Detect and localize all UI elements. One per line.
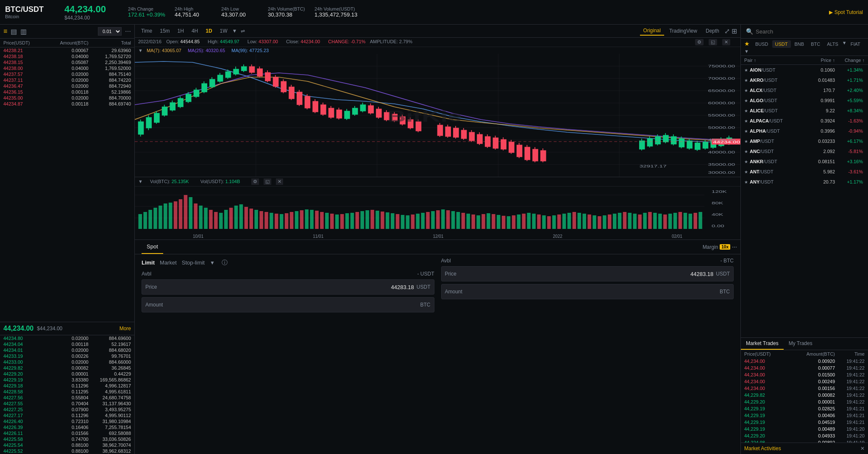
- tab-market-trades[interactable]: Market Trades: [741, 338, 784, 350]
- ob-both-icon[interactable]: ≡: [3, 28, 7, 35]
- ask-row[interactable]: 44238.000.040001,769.52000: [0, 65, 134, 71]
- list-item[interactable]: ★ALPACA/USDT 0.3924 -1.63%: [741, 116, 868, 126]
- col-change[interactable]: Change ↑: [835, 58, 865, 63]
- filter-busd[interactable]: BUSD: [752, 40, 771, 48]
- bid-row[interactable]: 44225.540.8810038,962.70074: [0, 442, 134, 448]
- chart-settings-icon[interactable]: ⇌: [241, 28, 245, 34]
- expand-icon[interactable]: ⤢: [724, 27, 730, 35]
- star-icon[interactable]: ★: [744, 88, 748, 93]
- star-icon[interactable]: ★: [744, 68, 748, 72]
- chart-icon2[interactable]: ◱: [709, 39, 717, 45]
- filter-btc[interactable]: BTC: [808, 40, 823, 48]
- filter-fiat-caret[interactable]: ▼: [744, 49, 749, 54]
- sell-price-input[interactable]: [466, 271, 714, 277]
- buy-amount-row[interactable]: Amount BTC: [142, 297, 434, 312]
- tab-spot[interactable]: Spot: [142, 240, 163, 254]
- bid-row[interactable]: 44234.800.02000884.69600: [0, 335, 134, 341]
- tf-15m-btn[interactable]: 15m: [157, 27, 172, 35]
- tf-1h-btn[interactable]: 1H: [175, 27, 187, 35]
- ask-row[interactable]: 44238.210.0006729.63960: [0, 47, 134, 53]
- tf-1d-btn[interactable]: 1D: [203, 27, 215, 35]
- bid-row[interactable]: 44234.040.0011852.19617: [0, 341, 134, 347]
- ob-sell-icon[interactable]: ▤: [11, 28, 17, 36]
- bid-row[interactable]: 44227.560.5580424,680.74758: [0, 395, 134, 401]
- order-type-stoplimit[interactable]: Stop-limit: [182, 258, 205, 267]
- ask-row[interactable]: 44238.150.050872,250.39469: [0, 59, 134, 65]
- star-icon[interactable]: ★: [744, 98, 748, 103]
- grid-icon[interactable]: ⊞: [732, 27, 737, 35]
- list-item[interactable]: ★ALPHA/USDT 0.3996 -0.94%: [741, 126, 868, 136]
- buy-price-row[interactable]: Price USDT: [142, 279, 434, 295]
- more-button[interactable]: More: [120, 326, 131, 331]
- chart-icon1[interactable]: ⚙: [695, 39, 704, 45]
- margin-badge[interactable]: 10x: [720, 244, 730, 250]
- ob-more-icon[interactable]: ⋯: [125, 28, 131, 35]
- filter-alts[interactable]: ALTS: [824, 40, 841, 48]
- ask-row[interactable]: 44236.470.02000884.72940: [0, 83, 134, 89]
- star-icon[interactable]: ★: [744, 170, 748, 174]
- bid-row[interactable]: 44226.110.01566692.58088: [0, 430, 134, 436]
- order-type-more[interactable]: ▼: [210, 260, 215, 266]
- order-info-icon[interactable]: ⓘ: [222, 259, 228, 267]
- ask-row[interactable]: 44237.110.02000884.74220: [0, 77, 134, 83]
- star-icon[interactable]: ★: [744, 180, 748, 184]
- market-activities-icon[interactable]: ✕: [860, 446, 865, 451]
- order-type-market[interactable]: Market: [160, 258, 177, 267]
- star-filter-icon[interactable]: ★: [744, 40, 750, 48]
- ask-row[interactable]: 44234.870.00118884.69740: [0, 101, 134, 107]
- filter-bnb[interactable]: BNB: [792, 40, 807, 48]
- ob-size-select[interactable]: 0.01 0.1 1: [98, 27, 122, 36]
- list-item[interactable]: ★AION/USDT 0.1060 +1.34%: [741, 65, 868, 75]
- vol-icon1[interactable]: ⚙: [251, 178, 259, 185]
- star-icon[interactable]: ★: [744, 149, 748, 154]
- star-icon[interactable]: ★: [744, 129, 748, 134]
- margin-more-icon[interactable]: ⋯: [732, 244, 737, 250]
- bid-row[interactable]: 44227.170.112964,995.90112: [0, 412, 134, 418]
- bid-row[interactable]: 44227.550.7040431,137.96430: [0, 401, 134, 407]
- buy-price-input[interactable]: [167, 284, 414, 290]
- bid-row[interactable]: 44234.010.02000884.68020: [0, 347, 134, 353]
- tf-more-icon[interactable]: ▼: [232, 28, 237, 34]
- list-item[interactable]: ★ALCX/USDT 170.7 +2.40%: [741, 85, 868, 95]
- list-item[interactable]: ★ANKR/USDT 0.08151 +3.16%: [741, 156, 868, 167]
- col-pair[interactable]: Pair ↑: [744, 58, 801, 63]
- sell-amount-row[interactable]: Amount BTC: [441, 284, 734, 299]
- list-item[interactable]: ★ALGO/USDT 0.9991 +5.59%: [741, 95, 868, 106]
- ask-row[interactable]: 44238.180.040001,769.52720: [0, 53, 134, 59]
- bid-row[interactable]: 44233.190.0022699.76701: [0, 353, 134, 359]
- filter-usdt[interactable]: USDT: [772, 40, 791, 48]
- order-type-limit[interactable]: Limit: [142, 258, 155, 267]
- bid-row[interactable]: 44228.580.112954,995.61811: [0, 389, 134, 395]
- spot-tutorial-button[interactable]: ▶ Spot Tutorial: [829, 9, 863, 15]
- sell-price-row[interactable]: Price USDT: [441, 266, 734, 281]
- bid-row[interactable]: 44229.180.112964,996.12817: [0, 383, 134, 389]
- list-item[interactable]: ★AKRO/USDT 0.01483 +1.71%: [741, 75, 868, 85]
- ob-buy-icon[interactable]: ▥: [20, 28, 27, 36]
- bid-row[interactable]: 44229.820.0008236.26845: [0, 365, 134, 371]
- view-depth-btn[interactable]: Depth: [702, 27, 723, 35]
- bid-row[interactable]: 44229.193.83380169,565.86862: [0, 377, 134, 383]
- col-price[interactable]: Price ↑: [801, 58, 835, 63]
- view-original-btn[interactable]: Original: [640, 26, 664, 36]
- tab-my-trades[interactable]: My Trades: [784, 338, 818, 350]
- tf-time-btn[interactable]: Time: [138, 27, 155, 35]
- filter-fiat[interactable]: FIAT: [848, 40, 863, 48]
- star-icon[interactable]: ★: [744, 109, 748, 113]
- list-item[interactable]: ★ANY/USDT 20.73 +1.17%: [741, 177, 868, 187]
- filter-alts-caret[interactable]: ▼: [842, 40, 847, 48]
- view-tradingview-btn[interactable]: TradingView: [666, 27, 701, 35]
- bid-row[interactable]: 44227.250.079003,493.95275: [0, 407, 134, 412]
- search-input[interactable]: [756, 28, 863, 35]
- ma-toggle[interactable]: ▼: [138, 48, 143, 53]
- ask-row[interactable]: 44235.000.02000884.70000: [0, 95, 134, 101]
- list-item[interactable]: ★ALICE/USDT 9.22 +8.34%: [741, 106, 868, 116]
- sell-amount-input[interactable]: [466, 289, 718, 295]
- bid-row[interactable]: 44225.520.8810038,962.68312: [0, 448, 134, 454]
- star-icon[interactable]: ★: [744, 78, 748, 83]
- star-icon[interactable]: ★: [744, 139, 748, 144]
- chart-icon3[interactable]: ✕: [722, 39, 730, 45]
- vol-toggle[interactable]: ▼: [138, 179, 143, 184]
- vol-icon3[interactable]: ✕: [276, 178, 283, 185]
- bid-row[interactable]: 44233.000.02000884.66000: [0, 359, 134, 365]
- list-item[interactable]: ★ANC/USDT 2.092 -5.81%: [741, 146, 868, 156]
